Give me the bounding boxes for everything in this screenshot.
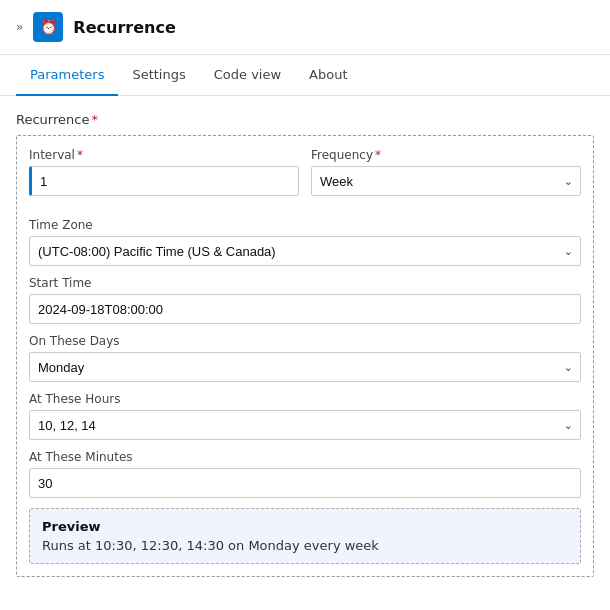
interval-group: Interval* [29, 148, 299, 196]
on-these-days-group: On These Days Monday Tuesday Wednesday T… [29, 334, 581, 382]
tab-code-view[interactable]: Code view [200, 55, 295, 96]
tab-about[interactable]: About [295, 55, 361, 96]
app-icon: ⏰ [33, 12, 63, 42]
preview-box: Preview Runs at 10:30, 12:30, 14:30 on M… [29, 508, 581, 564]
start-time-group: Start Time [29, 276, 581, 324]
frequency-select-wrapper: Second Minute Hour Day Week Month ⌄ [311, 166, 581, 196]
clock-icon: ⏰ [40, 19, 57, 35]
time-zone-label: Time Zone [29, 218, 581, 232]
interval-input[interactable] [29, 166, 299, 196]
at-these-hours-label: At These Hours [29, 392, 581, 406]
on-these-days-select[interactable]: Monday Tuesday Wednesday Thursday Friday… [29, 352, 581, 382]
tab-settings[interactable]: Settings [118, 55, 199, 96]
at-these-hours-group: At These Hours 10, 12, 14 ⌄ [29, 392, 581, 440]
tab-bar: Parameters Settings Code view About [0, 55, 610, 96]
tab-parameters[interactable]: Parameters [16, 55, 118, 96]
frequency-select[interactable]: Second Minute Hour Day Week Month [311, 166, 581, 196]
at-these-minutes-input[interactable] [29, 468, 581, 498]
time-zone-group: Time Zone (UTC-08:00) Pacific Time (US &… [29, 218, 581, 266]
preview-text: Runs at 10:30, 12:30, 14:30 on Monday ev… [42, 538, 568, 553]
recurrence-form-box: Interval* Frequency* Second Minute Hour … [16, 135, 594, 577]
at-these-hours-select[interactable]: 10, 12, 14 [29, 410, 581, 440]
header: » ⏰ Recurrence [0, 0, 610, 55]
section-label: Recurrence* [16, 112, 594, 127]
on-these-days-select-wrapper: Monday Tuesday Wednesday Thursday Friday… [29, 352, 581, 382]
required-star: * [91, 112, 98, 127]
main-content: Recurrence* Interval* Frequency* [0, 96, 610, 593]
page-title: Recurrence [73, 18, 175, 37]
at-these-hours-select-wrapper: 10, 12, 14 ⌄ [29, 410, 581, 440]
time-zone-select-wrapper: (UTC-08:00) Pacific Time (US & Canada) ⌄ [29, 236, 581, 266]
at-these-minutes-label: At These Minutes [29, 450, 581, 464]
preview-title: Preview [42, 519, 568, 534]
frequency-group: Frequency* Second Minute Hour Day Week M… [311, 148, 581, 196]
on-these-days-label: On These Days [29, 334, 581, 348]
interval-input-wrapper [29, 166, 299, 196]
start-time-label: Start Time [29, 276, 581, 290]
interval-frequency-row: Interval* Frequency* Second Minute Hour … [29, 148, 581, 206]
start-time-input[interactable] [29, 294, 581, 324]
time-zone-select[interactable]: (UTC-08:00) Pacific Time (US & Canada) [29, 236, 581, 266]
interval-label: Interval* [29, 148, 299, 162]
at-these-minutes-group: At These Minutes [29, 450, 581, 498]
frequency-label: Frequency* [311, 148, 581, 162]
expand-icon[interactable]: » [16, 20, 23, 34]
